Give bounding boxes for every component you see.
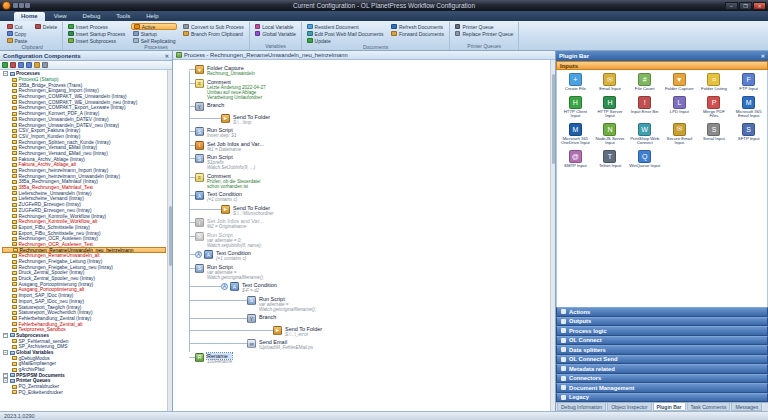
plugin-item[interactable]: P Merge PDF Files bbox=[697, 96, 732, 119]
workflow-task[interactable]: S Run Script S1prefix Watch.SetJobInfo(9… bbox=[195, 154, 547, 170]
dock-tab[interactable]: Messages bbox=[731, 403, 762, 411]
workflow-task[interactable]: S Run Script var alternate = 0; Watch.se… bbox=[195, 232, 547, 248]
tree-expand-icon[interactable]: − bbox=[3, 378, 8, 383]
workflow-task[interactable]: ≡ Comment Prüfen, ob die Steuerdatei sch… bbox=[195, 173, 547, 189]
workflow-task[interactable]: ≡ Comment Letzte Änderung 2022-04-27 Umb… bbox=[195, 79, 547, 100]
ribbon-button[interactable]: Branch From Clipboard bbox=[181, 30, 245, 37]
plugin-category-bar[interactable]: Outputs bbox=[556, 317, 768, 327]
plugin-item[interactable]: + Create File bbox=[558, 73, 593, 92]
ribbon-button[interactable]: Self Replicating bbox=[131, 37, 177, 44]
plugin-item[interactable]: # File Count bbox=[627, 73, 662, 92]
workflow-task[interactable]: S Run Script var alternate = Watch.getor… bbox=[195, 264, 547, 280]
workflow-task[interactable]: A A Text Condition {=1 contains c} bbox=[195, 250, 547, 261]
ribbon-button[interactable]: Insert Process bbox=[66, 23, 127, 30]
toolbar-icon[interactable] bbox=[10, 62, 16, 68]
dock-tab[interactable]: Task Comments bbox=[687, 403, 731, 411]
plugin-item[interactable]: N NodeJS Server Input bbox=[593, 123, 628, 146]
workflow-task[interactable]: Y Branch bbox=[195, 102, 547, 111]
tree-expand-icon[interactable]: − bbox=[3, 333, 8, 338]
ribbon-button[interactable]: Convert to Sub Process bbox=[181, 23, 245, 30]
toolbar-icon[interactable] bbox=[2, 62, 8, 68]
plugin-item[interactable]: Q WinQueue Input bbox=[627, 150, 662, 169]
plugin-item[interactable]: M Microsoft 365 Email Input bbox=[731, 96, 766, 119]
canvas-scrollbar-thumb[interactable] bbox=[552, 74, 556, 164]
application-button[interactable] bbox=[2, 1, 11, 10]
plugin-item[interactable]: S SFTP Input bbox=[731, 123, 766, 146]
plugin-item[interactable]: ! Input Error Bin bbox=[627, 96, 662, 119]
tree-expand-icon[interactable]: − bbox=[3, 71, 8, 76]
ribbon-button[interactable]: Active bbox=[131, 23, 177, 30]
ribbon-button[interactable]: Forward Documents bbox=[389, 30, 446, 37]
ribbon-button[interactable]: Resident Document bbox=[305, 23, 385, 30]
workflow-task[interactable]: S Run Script var alternate = Watch.getor… bbox=[247, 296, 547, 312]
toolbar-icon[interactable] bbox=[18, 62, 24, 68]
ribbon-button[interactable]: Delete bbox=[33, 23, 59, 30]
close-button[interactable]: ✕ bbox=[753, 2, 766, 10]
ribbon-tab[interactable]: Tools bbox=[109, 12, 137, 21]
plugin-category-bar[interactable]: Actions bbox=[556, 307, 768, 317]
toolbar-icon[interactable] bbox=[26, 62, 32, 68]
workflow-task[interactable]: A Text Condition {=1 contains c} bbox=[195, 191, 547, 202]
ribbon-button[interactable]: Copy bbox=[5, 30, 29, 37]
tree-expand-icon[interactable]: − bbox=[3, 373, 8, 378]
plugin-category-bar[interactable]: Connectors bbox=[556, 374, 768, 384]
plugin-item[interactable]: H HTTP Client Input bbox=[558, 96, 593, 119]
tree-item[interactable]: − PQ_Etikettendrucker bbox=[2, 390, 166, 396]
workflow-task[interactable]: ▼ Folder Capture Rechnung_Umwandeln bbox=[195, 65, 547, 76]
ribbon-button[interactable]: Insert Subprocess bbox=[66, 37, 127, 44]
plugin-category-bar[interactable]: Metadata related bbox=[556, 364, 768, 374]
undo-icon[interactable] bbox=[19, 3, 24, 8]
ribbon-button[interactable]: Edit Post Web Mail Documents bbox=[305, 30, 385, 37]
plugin-item[interactable]: H HTTP Server Input bbox=[593, 96, 628, 119]
ribbon-tab[interactable]: Home bbox=[14, 12, 45, 21]
ribbon-button[interactable]: Refresh Documents bbox=[389, 23, 446, 30]
process-canvas[interactable]: ▼ Folder Capture Rechnung_Umwandeln ≡ Co… bbox=[173, 60, 555, 411]
minimize-button[interactable]: – bbox=[725, 2, 738, 10]
ribbon-button[interactable]: Replace Printer Queue bbox=[453, 30, 515, 37]
plugin-item[interactable]: M Microsoft 365 OneDrive Input bbox=[558, 123, 593, 146]
dock-tab[interactable]: Plugin Bar bbox=[653, 403, 686, 411]
redo-icon[interactable] bbox=[25, 3, 30, 8]
tree-scrollbar-thumb[interactable] bbox=[169, 206, 173, 266]
plugin-item[interactable]: ✉ Secure Email Input bbox=[662, 123, 697, 146]
workflow-task[interactable]: Y Branch bbox=[247, 314, 547, 323]
dock-tab[interactable]: Object Inspector bbox=[607, 403, 651, 411]
maximize-button[interactable]: ❐ bbox=[739, 2, 752, 10]
plugin-item[interactable]: S Serial Input bbox=[697, 123, 732, 146]
ribbon-button[interactable]: Startup bbox=[131, 30, 177, 37]
plugin-item[interactable]: ✉ Email Input bbox=[593, 73, 628, 92]
tree-scrollbar[interactable] bbox=[167, 70, 172, 411]
workflow-task[interactable]: i Set Job Infos and Var... %2 = Original… bbox=[195, 218, 547, 229]
close-icon[interactable]: ✕ bbox=[165, 53, 169, 59]
ribbon-button[interactable]: Printer Queue bbox=[453, 23, 515, 30]
workflow-task[interactable]: S Run Script Insert step: S1 bbox=[195, 127, 547, 138]
close-icon[interactable]: ✕ bbox=[761, 53, 765, 59]
workflow-task[interactable]: ► Send To Folder S:\...\_error bbox=[273, 326, 547, 337]
ribbon-button[interactable]: Update bbox=[305, 37, 385, 44]
ribbon-tab[interactable]: View bbox=[47, 12, 74, 21]
workflow-task[interactable]: i Set Job Infos and Var... %1 = Dateinam… bbox=[195, 141, 547, 152]
plugin-item[interactable]: W PrintShop Web Connect bbox=[627, 123, 662, 146]
canvas-scrollbar[interactable] bbox=[550, 60, 555, 411]
plugin-item[interactable]: @ SMTP Input bbox=[558, 150, 593, 169]
plugin-category-bar[interactable]: Process logic bbox=[556, 326, 768, 336]
dock-tab[interactable]: Debug Information bbox=[557, 403, 606, 411]
plugin-item[interactable]: T Telnet Input bbox=[593, 150, 628, 169]
toolbar-icon[interactable] bbox=[34, 62, 40, 68]
ribbon-button[interactable]: Local Variable bbox=[253, 23, 298, 30]
plugin-item[interactable]: F FTP Input bbox=[731, 73, 766, 92]
workflow-task[interactable]: ► Send To Folder S:\...\Wunschordner bbox=[221, 205, 547, 216]
ribbon-button[interactable]: Global Variable bbox=[253, 30, 298, 37]
plugin-category-bar[interactable]: Document Management bbox=[556, 383, 768, 393]
ribbon-button[interactable]: Cut bbox=[5, 23, 29, 30]
section-header-inputs[interactable]: Inputs bbox=[556, 61, 768, 70]
workflow-task[interactable]: R Rename 100Rename bbox=[195, 353, 547, 364]
plugin-item[interactable]: L LPD Input bbox=[662, 96, 697, 119]
plugin-item[interactable]: ≡ Folder Listing bbox=[697, 73, 732, 92]
workflow-task[interactable]: A A Text Condition $-F = d2 bbox=[221, 282, 547, 293]
plugin-category-bar[interactable]: OL Connect bbox=[556, 336, 768, 346]
plugin-item[interactable]: ▼ Folder Capture bbox=[662, 73, 697, 92]
workflow-task[interactable]: ► Send To Folder S:\...\tmp bbox=[221, 114, 547, 125]
save-icon[interactable] bbox=[13, 3, 18, 8]
toolbar-icon[interactable] bbox=[42, 62, 48, 68]
